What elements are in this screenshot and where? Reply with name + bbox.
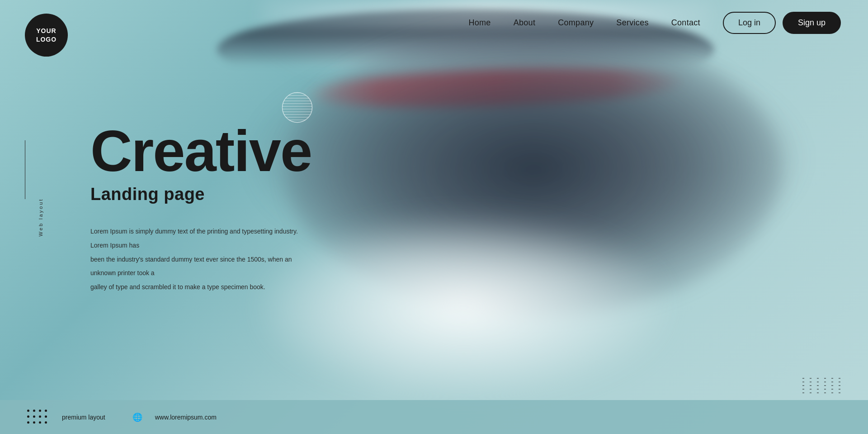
svg-point-1	[283, 93, 312, 123]
hero-title: Creative	[90, 122, 312, 180]
signup-button[interactable]: Sign up	[783, 12, 841, 34]
footer-dots-icon	[27, 410, 48, 425]
side-label: Web layout	[38, 198, 43, 236]
nav-item-services[interactable]: Services	[616, 18, 648, 28]
login-button[interactable]: Log in	[723, 12, 776, 34]
footer-badge: premium layout	[62, 414, 105, 421]
nav-buttons: Log in Sign up	[723, 12, 841, 34]
globe-icon: 🌐	[132, 412, 142, 422]
hero-desc-line-2: been the industry's standard dummy text …	[90, 253, 312, 281]
nav-item-about[interactable]: About	[514, 18, 536, 28]
deco-dots-pattern	[802, 378, 843, 393]
nav-links: Home About Company Services Contact	[468, 18, 700, 28]
wave-white-glow	[260, 217, 667, 398]
footer-bar: premium layout 🌐 www.loremipsum.com	[0, 400, 868, 434]
nav-item-company[interactable]: Company	[558, 18, 594, 28]
hero-desc-line-1: Lorem Ipsum is simply dummy text of the …	[90, 224, 312, 253]
side-line	[25, 140, 25, 199]
nav-item-home[interactable]: Home	[468, 18, 491, 28]
hero-section: Creative Landing page Lorem Ipsum is sim…	[90, 122, 312, 294]
hero-description: Lorem Ipsum is simply dummy text of the …	[90, 224, 312, 294]
navbar: Home About Company Services Contact Log …	[0, 0, 868, 45]
nav-item-contact[interactable]: Contact	[671, 18, 700, 28]
footer-url: www.loremipsum.com	[155, 414, 217, 421]
hero-subtitle: Landing page	[90, 185, 312, 204]
hero-desc-line-3: galley of type and scrambled it to make …	[90, 280, 312, 294]
